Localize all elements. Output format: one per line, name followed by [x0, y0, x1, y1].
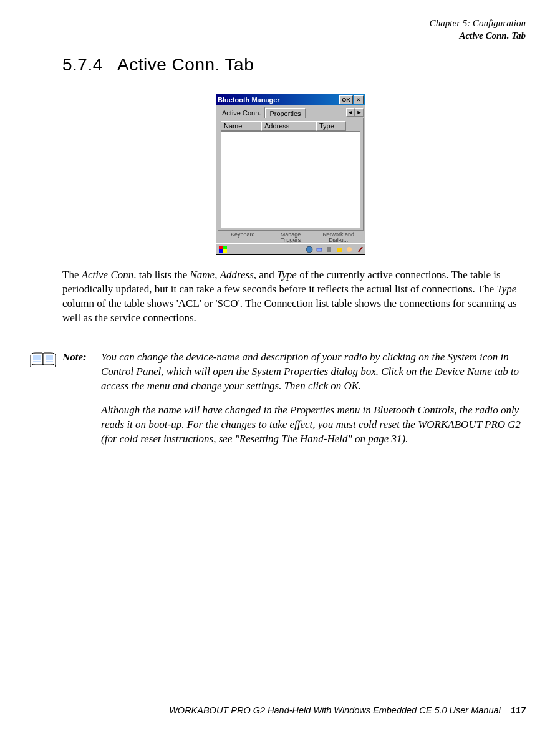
- window-title: Bluetooth Manager: [218, 96, 339, 104]
- svg-rect-5: [317, 248, 322, 251]
- svg-rect-1: [223, 246, 227, 249]
- section-heading: 5.7.4 Active Conn. Tab: [62, 55, 254, 75]
- tray-globe-icon[interactable]: [305, 245, 314, 254]
- svg-rect-2: [219, 249, 223, 253]
- note-body: You can change the device-name and descr…: [101, 350, 527, 457]
- system-tray: [305, 245, 364, 254]
- column-address[interactable]: Address: [261, 121, 316, 131]
- desktop-icons-row: Keyboard Manage Triggers Network and Dia…: [216, 232, 365, 243]
- svg-rect-3: [223, 249, 227, 253]
- heading-number: 5.7.4: [62, 55, 103, 74]
- tray-pen-icon[interactable]: [355, 245, 364, 254]
- column-name[interactable]: Name: [221, 121, 261, 131]
- header-chapter: Chapter 5: Configuration: [430, 17, 526, 30]
- page-header: Chapter 5: Configuration Active Conn. Ta…: [430, 17, 526, 42]
- book-icon: [28, 350, 58, 369]
- svg-rect-6: [327, 247, 331, 252]
- note-label: Note:: [62, 350, 101, 457]
- tray-folder-icon[interactable]: [335, 245, 344, 254]
- tab-nav: ◄ ►: [346, 108, 364, 117]
- titlebar: Bluetooth Manager OK ×: [216, 94, 365, 105]
- tab-properties[interactable]: Properties: [265, 108, 305, 118]
- start-button[interactable]: [218, 245, 229, 254]
- svg-rect-7: [337, 248, 342, 252]
- note-block: Note: You can change the device-name and…: [62, 350, 527, 457]
- tray-network-icon[interactable]: [315, 245, 324, 254]
- bg-manage-label: Manage Triggers: [272, 232, 309, 242]
- header-section: Active Conn. Tab: [430, 30, 526, 42]
- column-type[interactable]: Type: [316, 121, 346, 131]
- connection-list[interactable]: [221, 131, 360, 228]
- bg-network-label: Network and Dial-u...: [320, 232, 357, 242]
- svg-point-8: [347, 247, 352, 252]
- body-paragraph: The Active Conn. tab lists the Name, Add…: [62, 268, 527, 326]
- page-number: 117: [511, 705, 526, 715]
- note-p1: You can change the device-name and descr…: [101, 350, 527, 394]
- svg-point-4: [306, 246, 312, 253]
- ok-button[interactable]: OK: [339, 95, 353, 104]
- note-p2: Although the name will have changed in t…: [101, 403, 527, 447]
- close-button[interactable]: ×: [354, 95, 364, 104]
- tab-nav-right[interactable]: ►: [355, 108, 364, 117]
- svg-rect-0: [219, 246, 223, 249]
- screenshot: Bluetooth Manager OK × Active Conn. Prop…: [216, 94, 365, 255]
- bluetooth-manager-window: Bluetooth Manager OK × Active Conn. Prop…: [216, 94, 365, 255]
- page-footer: WORKABOUT PRO G2 Hand-Held With Windows …: [169, 705, 526, 715]
- footer-text: WORKABOUT PRO G2 Hand-Held With Windows …: [169, 705, 501, 715]
- panel: Name Address Type: [218, 118, 364, 231]
- tab-nav-left[interactable]: ◄: [346, 108, 355, 117]
- tab-strip: Active Conn. Properties ◄ ►: [216, 105, 365, 118]
- taskbar: [216, 243, 365, 254]
- heading-title: Active Conn. Tab: [117, 55, 254, 74]
- tray-hand-icon[interactable]: [345, 245, 354, 254]
- tab-active-conn[interactable]: Active Conn.: [218, 107, 265, 118]
- bg-keyboard-label: Keyboard: [224, 232, 261, 242]
- tray-device-icon[interactable]: [325, 245, 334, 254]
- list-header: Name Address Type: [221, 121, 360, 131]
- svg-line-9: [359, 247, 362, 252]
